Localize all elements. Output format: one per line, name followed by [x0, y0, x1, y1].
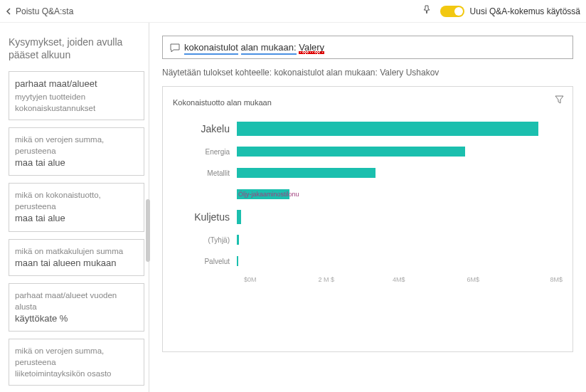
chart-bar-row: Öljy-jakaaminostilonu: [173, 184, 563, 205]
chart-bar-row: Palvelut: [173, 250, 563, 272]
suggestion-card[interactable]: parhaat maat/alueet vuoden alusta käyttö…: [9, 283, 144, 332]
axis-tick: 6M$: [467, 276, 542, 283]
chart-bar[interactable]: [237, 235, 239, 245]
chart-bar[interactable]: [237, 168, 375, 178]
chart-bar[interactable]: [237, 147, 465, 157]
chart-bar-row: (Tyhjä): [173, 229, 563, 250]
chart-category-label: Kuljetus: [173, 211, 237, 223]
chat-icon: [170, 43, 180, 53]
new-qa-experience-toggle[interactable]: [440, 6, 464, 17]
suggestion-card[interactable]: mikä on verojen summa, perusteena maa ta…: [9, 127, 144, 176]
scrollbar[interactable]: [146, 199, 150, 262]
filter-button[interactable]: [555, 95, 564, 107]
axis-tick: 8M$: [541, 276, 563, 283]
chart-category-label: Metallit: [173, 169, 237, 177]
chart-category-label: (Tyhjä): [173, 236, 237, 244]
suggestion-card[interactable]: mikä on verojen summa, perusteena liiket…: [9, 339, 144, 386]
chart-bar-row: Energia: [173, 141, 563, 162]
question-text: kokonaistulot alan mukaan: Valery: [184, 42, 324, 53]
exit-qa-label: Poistu Q&A:sta: [16, 6, 73, 16]
sidebar-title: Kysymykset, joiden avulla pääset alkuun: [9, 36, 144, 61]
chart-category-label: Jakelu: [173, 123, 237, 134]
chart-category-label: Palvelut: [173, 258, 237, 265]
toggle-label: Uusi Q&A-kokemus käytössä: [470, 6, 580, 16]
chart-title: Kokonaistuotto alan mukaan: [173, 98, 563, 107]
result-label: Näytetään tulokset kohteelle: kokonaistu…: [162, 68, 573, 78]
axis-tick: 2 M $: [319, 276, 393, 283]
chart-bar[interactable]: [237, 210, 241, 224]
axis-tick: $0M: [244, 276, 319, 283]
axis-tick: 4M$: [393, 276, 467, 283]
chart-bar[interactable]: [237, 256, 238, 266]
suggestion-card[interactable]: mikä on kokonaistuotto, perusteena maa t…: [9, 183, 144, 231]
question-input[interactable]: kokonaistulot alan mukaan: Valery: [162, 36, 573, 59]
pin-button[interactable]: [422, 5, 432, 17]
exit-qa-button[interactable]: Poistu Q&A:sta: [6, 6, 73, 16]
pin-icon: [422, 5, 432, 15]
filter-icon: [555, 95, 564, 105]
chevron-left-icon: [6, 8, 13, 15]
chart-bar[interactable]: [237, 122, 538, 136]
chart-category-label: Energia: [173, 148, 237, 156]
chart-bar-row: Kuljetus: [173, 205, 563, 229]
suggestion-card[interactable]: parhaat maat/alueet myytyjen tuotteiden …: [9, 71, 144, 120]
chart-bar-row: Metallit: [173, 162, 563, 184]
chart-bar-row: Jakelu: [173, 117, 563, 141]
chart-visual[interactable]: Kokonaistuotto alan mukaan JakeluEnergia…: [162, 86, 573, 352]
suggestion-card[interactable]: mikä on matkakulujen summa maan tai alue…: [9, 239, 144, 276]
chart-overlay-text: Öljy-jakaaminostilonu: [238, 191, 299, 198]
